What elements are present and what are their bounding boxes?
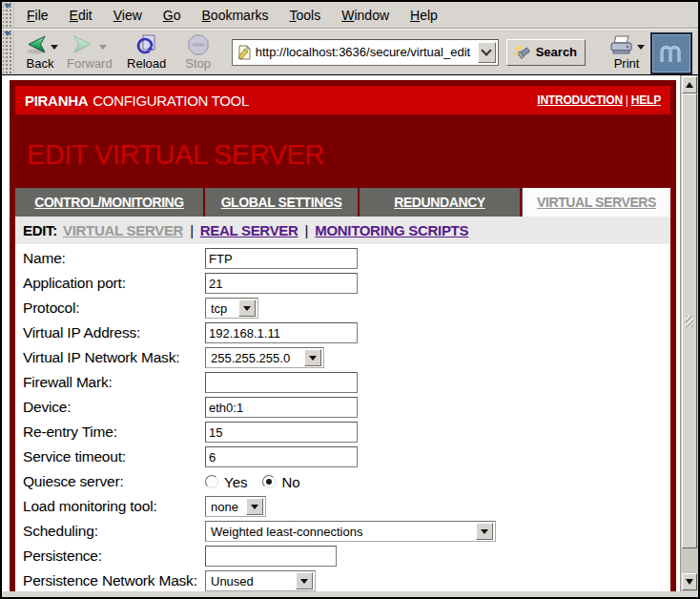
page-bookmark-icon	[237, 45, 252, 60]
virtual-server-form: Name: Application port: Protocol: tcp Vi…	[15, 244, 670, 591]
forward-label: Forward	[67, 56, 113, 71]
scrollbar-thumb[interactable]	[682, 93, 697, 548]
field-label: Service timeout:	[23, 448, 205, 465]
scrollbar-grip-icon	[686, 316, 693, 327]
field-label: Quiesce server:	[23, 473, 205, 490]
print-dropdown-caret[interactable]	[637, 45, 645, 50]
navigation-toolbar: Back Forward Reload Stop	[2, 29, 698, 74]
quiesce-no-label: No	[281, 474, 299, 490]
reentry-time-input[interactable]	[205, 422, 358, 443]
collapse-arrow-icon	[4, 4, 11, 9]
content-panel: EDIT: VIRTUAL SERVER | REAL SERVER | MON…	[15, 217, 670, 591]
scroll-up-button[interactable]	[682, 76, 697, 93]
dropdown-arrow-icon[interactable]	[238, 300, 256, 317]
tab-redundancy[interactable]: REDUNDANCY	[360, 188, 520, 217]
arrow-up-icon	[686, 82, 693, 88]
tab-control-monitoring[interactable]: CONTROL/MONITORING	[15, 188, 203, 217]
url-bar[interactable]: http://localhost:3636/secure/virtual_edi…	[232, 39, 499, 66]
introduction-link[interactable]: INTRODUCTION	[537, 93, 623, 107]
mozilla-throbber[interactable]	[650, 32, 692, 74]
quiesce-yes-radio[interactable]	[205, 475, 218, 488]
field-label: Firewall Mark:	[23, 374, 205, 391]
search-button[interactable]: Search	[506, 39, 586, 66]
name-input[interactable]	[205, 248, 358, 269]
browser-viewport: PIRANHA CONFIGURATION TOOL INTRODUCTION|…	[2, 75, 698, 591]
edit-prefix: EDIT:	[23, 222, 57, 238]
field-label: Persistence Network Mask:	[23, 572, 205, 589]
flashlight-icon	[515, 45, 532, 60]
field-label: Re-entry Time:	[23, 423, 205, 441]
form-row-application-port: Application port:	[15, 271, 670, 296]
virtual-ip-input[interactable]	[205, 322, 358, 343]
vertical-scrollbar[interactable]	[680, 75, 698, 591]
help-link[interactable]: HELP	[631, 93, 661, 107]
tab-global-settings[interactable]: GLOBAL SETTINGS	[205, 188, 358, 217]
firewall-mark-input[interactable]	[205, 372, 358, 393]
persistence-netmask-select[interactable]: Unused	[205, 570, 316, 591]
menu-help[interactable]: Help	[400, 2, 448, 28]
printer-icon	[609, 35, 634, 54]
url-dropdown-button[interactable]	[478, 42, 496, 63]
load-monitoring-select[interactable]: none	[205, 496, 266, 517]
field-label: Device:	[23, 399, 205, 416]
menu-bookmarks[interactable]: Bookmarks	[192, 2, 279, 28]
edit-subnav: EDIT: VIRTUAL SERVER | REAL SERVER | MON…	[15, 217, 670, 244]
menu-bar: File Edit View Go Bookmarks Tools Window…	[2, 2, 698, 29]
scheduling-select[interactable]: Weighted least-connections	[205, 521, 496, 542]
subnav-monitoring-scripts-link[interactable]: MONITORING SCRIPTS	[315, 222, 468, 238]
menu-items: File Edit View Go Bookmarks Tools Window…	[16, 2, 448, 28]
device-input[interactable]	[205, 397, 358, 418]
brand-subtitle: CONFIGURATION TOOL	[93, 93, 249, 109]
field-label: Persistence:	[23, 547, 205, 565]
stop-button[interactable]: Stop	[175, 31, 222, 74]
form-row-protocol: Protocol: tcp	[15, 296, 670, 320]
mozilla-m-logo-icon	[657, 39, 686, 68]
dropdown-arrow-icon[interactable]	[476, 523, 493, 540]
quiesce-no-radio[interactable]	[262, 475, 276, 488]
menu-go[interactable]: Go	[153, 2, 192, 28]
menu-tools[interactable]: Tools	[279, 2, 332, 28]
subnav-virtual-server-link[interactable]: VIRTUAL SERVER	[63, 222, 183, 238]
persistence-input[interactable]	[205, 546, 337, 567]
page-header-band: PIRANHA CONFIGURATION TOOL INTRODUCTION|…	[15, 86, 670, 114]
menu-window[interactable]: Window	[331, 2, 400, 28]
toolbar-grippy[interactable]	[3, 3, 14, 27]
url-text[interactable]: http://localhost:3636/secure/virtual_edi…	[256, 45, 478, 59]
subnav-real-server-link[interactable]: REAL SERVER	[200, 222, 299, 238]
menu-file[interactable]: File	[16, 2, 59, 28]
scroll-down-button[interactable]	[682, 573, 697, 590]
reload-button[interactable]: Reload	[123, 31, 171, 74]
back-dropdown-caret[interactable]	[51, 45, 58, 50]
field-label: Scheduling:	[23, 523, 205, 540]
field-label: Application port:	[23, 275, 205, 292]
dropdown-arrow-icon[interactable]	[304, 349, 321, 366]
forward-button[interactable]: Forward	[64, 31, 115, 74]
protocol-select[interactable]: tcp	[205, 298, 258, 319]
form-row-reentry-time: Re-entry Time:	[15, 420, 670, 444]
piranha-page: PIRANHA CONFIGURATION TOOL INTRODUCTION|…	[10, 80, 676, 591]
virtual-netmask-select[interactable]: 255.255.255.0	[205, 347, 324, 368]
arrow-down-icon	[686, 579, 693, 585]
chevron-down-icon	[482, 45, 492, 55]
header-links: INTRODUCTION|HELP	[537, 93, 661, 107]
reload-icon	[135, 33, 158, 56]
service-timeout-input[interactable]	[205, 446, 358, 467]
menu-view[interactable]: View	[103, 2, 153, 28]
dropdown-arrow-icon[interactable]	[246, 498, 263, 515]
form-row-device: Device:	[15, 395, 670, 420]
back-button[interactable]: Back	[16, 31, 64, 74]
dropdown-arrow-icon[interactable]	[296, 572, 313, 589]
form-row-service-timeout: Service timeout:	[15, 444, 670, 469]
tab-virtual-servers[interactable]: VIRTUAL SERVERS	[522, 188, 670, 217]
print-button[interactable]: Print	[603, 31, 650, 74]
reload-label: Reload	[127, 56, 166, 71]
field-label: Load monitoring tool:	[23, 498, 205, 515]
form-row-firewall-mark: Firewall Mark:	[15, 370, 670, 395]
forward-arrow-icon	[72, 34, 96, 55]
application-port-input[interactable]	[205, 273, 358, 294]
field-label: Virtual IP Network Mask:	[23, 349, 205, 366]
window-bottom-edge	[2, 591, 698, 597]
menu-edit[interactable]: Edit	[59, 2, 103, 28]
toolbar-grippy[interactable]	[3, 31, 14, 73]
form-row-name: Name:	[15, 246, 670, 271]
